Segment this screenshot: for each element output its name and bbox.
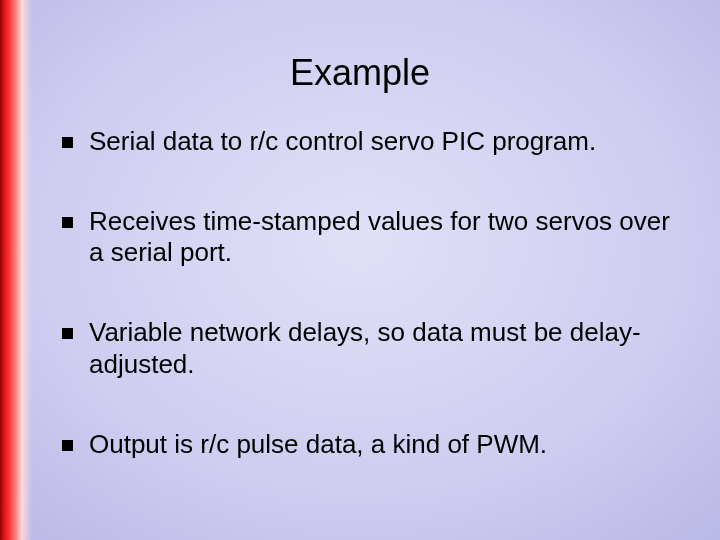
- bullet-item: Variable network delays, so data must be…: [62, 317, 680, 380]
- bullet-text: Output is r/c pulse data, a kind of PWM.: [89, 429, 680, 461]
- square-bullet-icon: [62, 137, 73, 148]
- slide: Example Serial data to r/c control servo…: [0, 0, 720, 540]
- square-bullet-icon: [62, 440, 73, 451]
- bullet-item: Output is r/c pulse data, a kind of PWM.: [62, 429, 680, 461]
- bullet-text: Serial data to r/c control servo PIC pro…: [89, 126, 680, 158]
- square-bullet-icon: [62, 328, 73, 339]
- bullet-item: Serial data to r/c control servo PIC pro…: [62, 126, 680, 158]
- slide-title: Example: [0, 52, 720, 94]
- square-bullet-icon: [62, 217, 73, 228]
- bullet-text: Receives time-stamped values for two ser…: [89, 206, 680, 269]
- bullet-item: Receives time-stamped values for two ser…: [62, 206, 680, 269]
- slide-body: Serial data to r/c control servo PIC pro…: [62, 126, 680, 460]
- bullet-text: Variable network delays, so data must be…: [89, 317, 680, 380]
